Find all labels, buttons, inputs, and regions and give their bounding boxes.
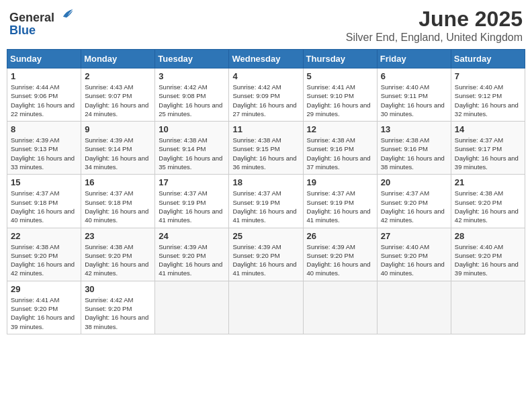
day-info: Sunrise: 4:38 AMSunset: 9:20 PMDaylight:… bbox=[85, 242, 151, 278]
day-info: Sunrise: 4:38 AMSunset: 9:20 PMDaylight:… bbox=[11, 242, 77, 278]
calendar-cell: 14Sunrise: 4:37 AMSunset: 9:17 PMDayligh… bbox=[451, 122, 525, 175]
day-number: 12 bbox=[307, 124, 373, 134]
title-area: June 2025 Silver End, England, United Ki… bbox=[346, 7, 523, 44]
day-info: Sunrise: 4:38 AMSunset: 9:15 PMDaylight:… bbox=[232, 136, 299, 171]
day-number: 6 bbox=[381, 71, 447, 81]
calendar-cell: 20Sunrise: 4:37 AMSunset: 9:20 PMDayligh… bbox=[377, 175, 451, 228]
header: General Blue June 2025 Silver End, Engla… bbox=[7, 7, 525, 44]
calendar-cell: 5Sunrise: 4:41 AMSunset: 9:10 PMDaylight… bbox=[303, 68, 377, 122]
day-number: 24 bbox=[159, 231, 225, 241]
day-info: Sunrise: 4:39 AMSunset: 9:20 PMDaylight:… bbox=[232, 242, 299, 278]
day-number: 28 bbox=[455, 231, 521, 241]
day-number: 10 bbox=[159, 124, 225, 134]
header-saturday: Saturday bbox=[451, 50, 525, 68]
day-number: 18 bbox=[232, 177, 299, 187]
calendar-cell: 1Sunrise: 4:44 AMSunset: 9:06 PMDaylight… bbox=[7, 68, 81, 122]
day-number: 1 bbox=[11, 71, 77, 81]
day-number: 11 bbox=[232, 124, 299, 134]
day-info: Sunrise: 4:40 AMSunset: 9:11 PMDaylight:… bbox=[381, 83, 447, 118]
day-number: 23 bbox=[85, 231, 151, 241]
logo-bird-icon bbox=[59, 7, 74, 21]
calendar-cell: 9Sunrise: 4:39 AMSunset: 9:14 PMDaylight… bbox=[81, 122, 155, 175]
day-info: Sunrise: 4:39 AMSunset: 9:20 PMDaylight:… bbox=[159, 242, 225, 278]
calendar-cell: 17Sunrise: 4:37 AMSunset: 9:19 PMDayligh… bbox=[155, 175, 229, 228]
calendar-cell bbox=[377, 281, 451, 334]
calendar-cell: 28Sunrise: 4:40 AMSunset: 9:20 PMDayligh… bbox=[451, 228, 525, 281]
calendar-cell: 29Sunrise: 4:41 AMSunset: 9:20 PMDayligh… bbox=[7, 281, 81, 334]
day-number: 19 bbox=[307, 177, 373, 187]
day-number: 13 bbox=[381, 124, 447, 134]
header-thursday: Thursday bbox=[303, 50, 377, 68]
calendar-cell: 2Sunrise: 4:43 AMSunset: 9:07 PMDaylight… bbox=[81, 68, 155, 122]
day-info: Sunrise: 4:42 AMSunset: 9:09 PMDaylight:… bbox=[232, 83, 299, 118]
day-info: Sunrise: 4:37 AMSunset: 9:20 PMDaylight:… bbox=[381, 189, 447, 224]
day-info: Sunrise: 4:38 AMSunset: 9:14 PMDaylight:… bbox=[159, 136, 225, 171]
calendar-cell: 23Sunrise: 4:38 AMSunset: 9:20 PMDayligh… bbox=[81, 228, 155, 281]
day-info: Sunrise: 4:42 AMSunset: 9:08 PMDaylight:… bbox=[159, 83, 225, 118]
calendar-cell: 10Sunrise: 4:38 AMSunset: 9:14 PMDayligh… bbox=[155, 122, 229, 175]
day-info: Sunrise: 4:44 AMSunset: 9:06 PMDaylight:… bbox=[11, 83, 77, 118]
day-info: Sunrise: 4:43 AMSunset: 9:07 PMDaylight:… bbox=[85, 83, 151, 118]
calendar-table: SundayMondayTuesdayWednesdayThursdayFrid… bbox=[7, 49, 525, 334]
day-number: 14 bbox=[455, 124, 521, 134]
day-number: 2 bbox=[85, 71, 151, 81]
day-info: Sunrise: 4:38 AMSunset: 9:16 PMDaylight:… bbox=[381, 136, 447, 171]
day-number: 16 bbox=[85, 177, 151, 187]
day-info: Sunrise: 4:37 AMSunset: 9:18 PMDaylight:… bbox=[11, 189, 77, 224]
calendar-week-2: 8Sunrise: 4:39 AMSunset: 9:13 PMDaylight… bbox=[7, 122, 525, 175]
day-number: 5 bbox=[307, 71, 373, 81]
day-number: 21 bbox=[455, 177, 521, 187]
calendar-cell: 24Sunrise: 4:39 AMSunset: 9:20 PMDayligh… bbox=[155, 228, 229, 281]
calendar-cell bbox=[155, 281, 229, 334]
calendar-cell: 13Sunrise: 4:38 AMSunset: 9:16 PMDayligh… bbox=[377, 122, 451, 175]
day-info: Sunrise: 4:37 AMSunset: 9:19 PMDaylight:… bbox=[232, 189, 299, 224]
day-number: 30 bbox=[85, 284, 151, 294]
page-title: June 2025 bbox=[346, 7, 523, 32]
day-number: 8 bbox=[11, 124, 77, 134]
day-number: 7 bbox=[455, 71, 521, 81]
calendar-week-4: 22Sunrise: 4:38 AMSunset: 9:20 PMDayligh… bbox=[7, 228, 525, 281]
logo-general: General bbox=[9, 7, 74, 24]
day-number: 29 bbox=[11, 284, 77, 294]
calendar-cell: 8Sunrise: 4:39 AMSunset: 9:13 PMDaylight… bbox=[7, 122, 81, 175]
day-info: Sunrise: 4:41 AMSunset: 9:20 PMDaylight:… bbox=[11, 295, 77, 331]
day-number: 4 bbox=[232, 71, 299, 81]
day-number: 20 bbox=[381, 177, 447, 187]
day-info: Sunrise: 4:41 AMSunset: 9:10 PMDaylight:… bbox=[307, 83, 373, 118]
calendar-cell bbox=[451, 281, 525, 334]
calendar-cell: 16Sunrise: 4:37 AMSunset: 9:18 PMDayligh… bbox=[81, 175, 155, 228]
calendar-cell: 12Sunrise: 4:38 AMSunset: 9:16 PMDayligh… bbox=[303, 122, 377, 175]
calendar-cell: 21Sunrise: 4:38 AMSunset: 9:20 PMDayligh… bbox=[451, 175, 525, 228]
day-info: Sunrise: 4:39 AMSunset: 9:20 PMDaylight:… bbox=[307, 242, 373, 278]
day-info: Sunrise: 4:38 AMSunset: 9:16 PMDaylight:… bbox=[307, 136, 373, 171]
calendar-cell: 7Sunrise: 4:40 AMSunset: 9:12 PMDaylight… bbox=[451, 68, 525, 122]
day-info: Sunrise: 4:40 AMSunset: 9:20 PMDaylight:… bbox=[381, 242, 447, 278]
day-info: Sunrise: 4:42 AMSunset: 9:20 PMDaylight:… bbox=[85, 295, 151, 331]
calendar-cell: 22Sunrise: 4:38 AMSunset: 9:20 PMDayligh… bbox=[7, 228, 81, 281]
calendar-cell: 27Sunrise: 4:40 AMSunset: 9:20 PMDayligh… bbox=[377, 228, 451, 281]
calendar-header-row: SundayMondayTuesdayWednesdayThursdayFrid… bbox=[7, 50, 525, 68]
calendar-cell: 18Sunrise: 4:37 AMSunset: 9:19 PMDayligh… bbox=[229, 175, 303, 228]
day-info: Sunrise: 4:37 AMSunset: 9:19 PMDaylight:… bbox=[307, 189, 373, 224]
header-friday: Friday bbox=[377, 50, 451, 68]
header-wednesday: Wednesday bbox=[229, 50, 303, 68]
day-info: Sunrise: 4:38 AMSunset: 9:20 PMDaylight:… bbox=[455, 189, 521, 224]
day-number: 9 bbox=[85, 124, 151, 134]
calendar-cell bbox=[229, 281, 303, 334]
calendar-week-1: 1Sunrise: 4:44 AMSunset: 9:06 PMDaylight… bbox=[7, 68, 525, 122]
day-info: Sunrise: 4:40 AMSunset: 9:20 PMDaylight:… bbox=[455, 242, 521, 278]
day-info: Sunrise: 4:39 AMSunset: 9:14 PMDaylight:… bbox=[85, 136, 151, 171]
header-tuesday: Tuesday bbox=[155, 50, 229, 68]
day-number: 3 bbox=[159, 71, 225, 81]
calendar-cell: 4Sunrise: 4:42 AMSunset: 9:09 PMDaylight… bbox=[229, 68, 303, 122]
calendar-week-3: 15Sunrise: 4:37 AMSunset: 9:18 PMDayligh… bbox=[7, 175, 525, 228]
logo-blue: Blue bbox=[9, 24, 74, 36]
calendar-cell: 11Sunrise: 4:38 AMSunset: 9:15 PMDayligh… bbox=[229, 122, 303, 175]
calendar-cell: 30Sunrise: 4:42 AMSunset: 9:20 PMDayligh… bbox=[81, 281, 155, 334]
day-number: 25 bbox=[232, 231, 299, 241]
day-number: 17 bbox=[159, 177, 225, 187]
header-monday: Monday bbox=[81, 50, 155, 68]
header-sunday: Sunday bbox=[7, 50, 81, 68]
day-info: Sunrise: 4:37 AMSunset: 9:17 PMDaylight:… bbox=[455, 136, 521, 171]
day-info: Sunrise: 4:37 AMSunset: 9:18 PMDaylight:… bbox=[85, 189, 151, 224]
